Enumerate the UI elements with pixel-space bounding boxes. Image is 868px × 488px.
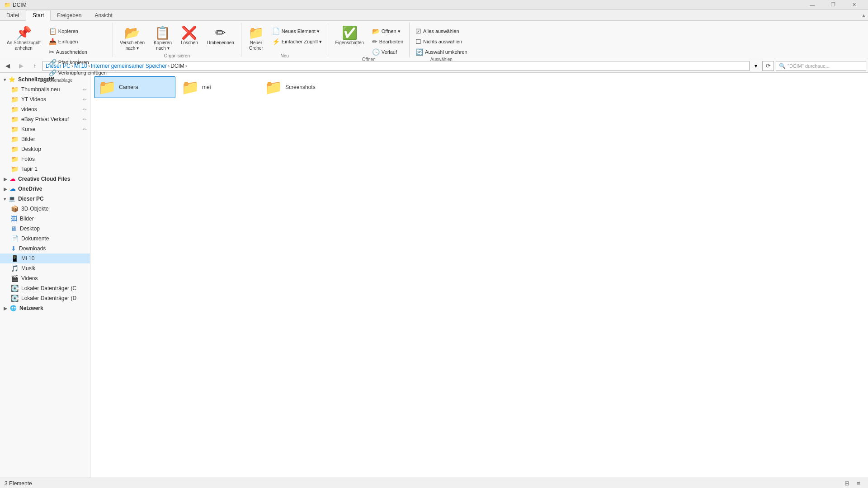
view-grid-button[interactable]: ⊞	[842, 479, 852, 488]
sidebar-item-musik[interactable]: 🎵 Musik	[0, 263, 90, 273]
cut-icon: ✂	[49, 48, 54, 56]
bearbeiten-button[interactable]: ✏ Bearbeiten	[369, 37, 406, 47]
sidebar-item-ebay[interactable]: 📁 eBay Privat Verkauf ✏	[0, 114, 90, 124]
folder-icon: 📁	[11, 126, 19, 133]
nichts-auswaehlen-button[interactable]: ☐ Nichts auswählen	[412, 37, 471, 47]
sidebar-item-lokaler-c[interactable]: 💽 Lokaler Datenträger (C	[0, 283, 90, 293]
ribbon-group-zwischenablage: 📌 An Schnellzugriffanheften 📋 Kopieren 📥…	[0, 23, 113, 57]
tab-datei[interactable]: Datei	[0, 10, 26, 20]
minimize-button[interactable]: —	[802, 0, 823, 10]
einfuegen-button[interactable]: 📥 Einfügen	[46, 37, 110, 47]
title-bar-title: DCIM	[13, 2, 27, 8]
status-view-buttons: ⊞ ≡	[842, 479, 863, 488]
ausschneiden-button[interactable]: ✂ Ausschneiden	[46, 47, 110, 57]
folder-screenshots[interactable]: 📁 Screenshots	[260, 76, 342, 98]
sidebar-label-desktop-pc: Desktop	[20, 225, 40, 232]
tab-freigeben[interactable]: Freigeben	[51, 10, 88, 20]
sidebar-item-kurse[interactable]: 📁 Kurse ✏	[0, 124, 90, 134]
sidebar-item-videos-pc[interactable]: 🎬 Videos	[0, 273, 90, 283]
folder-screenshots-label: Screenshots	[285, 84, 316, 90]
ribbon-collapse-button[interactable]: ▲	[861, 13, 866, 18]
einfacher-zugriff-button[interactable]: ⚡ Einfacher Zugriff ▾	[269, 37, 326, 47]
kopieren-nach-button[interactable]: 📋 Kopierennach ▾	[150, 24, 176, 53]
edit-icon: ✏	[372, 38, 377, 45]
sidebar-item-thumbnails-neu[interactable]: 📁 Thumbnails neu ✏	[0, 84, 90, 94]
oeffnen-button[interactable]: 📂 Öffnen ▾	[369, 26, 406, 36]
folder-icon: 📁	[11, 145, 19, 153]
sidebar-item-videos[interactable]: 📁 videos ✏	[0, 104, 90, 114]
sidebar-section-dieser-pc[interactable]: ▾ 💻 Dieser PC	[0, 194, 90, 204]
sidebar-item-lokaler-d[interactable]: 💽 Lokaler Datenträger (D	[0, 293, 90, 303]
sidebar-item-bilder-pc[interactable]: 🖼 Bilder	[0, 214, 90, 224]
auswahl-umkehren-button[interactable]: 🔄 Auswahl umkehren	[412, 47, 471, 57]
delete-icon: ❌	[181, 27, 197, 39]
folder-icon: 📁	[11, 106, 19, 113]
verlauf-button[interactable]: 🕒 Verlauf	[369, 47, 406, 57]
rename-icon: ✏	[215, 27, 226, 39]
tab-ansicht[interactable]: Ansicht	[88, 10, 119, 20]
sidebar-label-downloads: Downloads	[19, 245, 46, 252]
folder-camera[interactable]: 📁 Camera	[94, 76, 175, 98]
sidebar-item-desktop-pc[interactable]: 🖥 Desktop	[0, 224, 90, 234]
easy-access-icon: ⚡	[272, 38, 280, 45]
sidebar-item-fotos[interactable]: 📁 Fotos	[0, 154, 90, 164]
sidebar-item-desktop[interactable]: 📁 Desktop	[0, 144, 90, 154]
neuer-ordner-button[interactable]: 📁 NeuerOrdner	[244, 24, 268, 53]
pfad-kopieren-button[interactable]: 🔗 Pfad kopieren	[46, 57, 110, 67]
verschieben-button[interactable]: 📂 Verschiebennach ▾	[116, 24, 149, 53]
tab-start[interactable]: Start	[26, 10, 51, 21]
auswaehlen-column: ☑ Alles auswählen ☐ Nichts auswählen 🔄 A…	[412, 24, 471, 57]
organisieren-label: Organisieren	[164, 53, 190, 59]
phone-icon: 📱	[11, 255, 19, 262]
view-list-button[interactable]: ≡	[854, 479, 863, 488]
restore-button[interactable]: ❐	[823, 0, 844, 10]
folder-icon: 📁	[11, 155, 19, 163]
kopieren-button[interactable]: 📋 Kopieren	[46, 26, 110, 36]
neues-element-button[interactable]: 📄 Neues Element ▾	[269, 26, 326, 36]
creative-cloud-icon: ☁	[10, 176, 15, 182]
sidebar-item-tapir1[interactable]: 📁 Tapir 1	[0, 164, 90, 174]
search-box[interactable]: 🔍 "DCIM" durchsuc...	[776, 61, 866, 71]
verknuepfung-einfuegen-button[interactable]: 🔗 Verknüpfung einfügen	[46, 68, 110, 78]
sidebar-section-onedrive[interactable]: ▶ ☁ OneDrive	[0, 184, 90, 194]
address-dropdown-button[interactable]: ▾	[751, 63, 760, 69]
sidebar-item-dokumente[interactable]: 📄 Dokumente	[0, 234, 90, 244]
sidebar-label-lokaler-c: Lokaler Datenträger (C	[21, 285, 76, 291]
sidebar-item-bilder[interactable]: 📁 Bilder	[0, 134, 90, 144]
creative-cloud-arrow: ▶	[4, 177, 7, 182]
schnellzugriff-arrow: ▾	[4, 77, 6, 82]
sidebar-item-downloads[interactable]: ⬇ Downloads	[0, 244, 90, 253]
sidebar-label-musik: Musik	[21, 265, 35, 272]
auswaehlen-label: Auswählen	[430, 57, 453, 63]
oeffnen-buttons: ✅ Eigenschaften 📂 Öffnen ▾ ✏ Bearbeiten …	[331, 23, 406, 57]
an-schnellzugriff-button[interactable]: 📌 An Schnellzugriffanheften	[3, 24, 45, 53]
sidebar-item-3d-objekte[interactable]: 📦 3D-Objekte	[0, 204, 90, 214]
content-area[interactable]: 📁 Camera 📁 mei 📁 Screenshots	[90, 73, 868, 478]
properties-icon: ✅	[342, 27, 358, 39]
sidebar: ▾ ⭐ Schnellzugriff 📁 Thumbnails neu ✏ 📁 …	[0, 73, 90, 478]
close-button[interactable]: ✕	[844, 0, 864, 10]
alles-auswaehlen-button[interactable]: ☑ Alles auswählen	[412, 26, 471, 36]
paste-icon: 📥	[49, 38, 57, 45]
edit-pencil-icon: ✏	[83, 107, 86, 112]
sidebar-item-yt-videos[interactable]: 📁 YT Videos ✏	[0, 94, 90, 104]
sidebar-section-netzwerk[interactable]: ▶ 🌐 Netzwerk	[0, 303, 90, 313]
refresh-button[interactable]: ⟳	[762, 61, 774, 71]
address-path[interactable]: Dieser PC › Mi 10 › Interner gemeinsamer…	[42, 61, 750, 71]
netzwerk-icon: 🌐	[10, 305, 17, 311]
eigenschaften-button[interactable]: ✅ Eigenschaften	[331, 24, 368, 47]
folder-mei[interactable]: 📁 mei	[177, 76, 259, 98]
desktop-icon: 🖥	[11, 225, 17, 232]
sidebar-item-mi10[interactable]: 📱 Mi 10	[0, 253, 90, 263]
edit-pencil-icon: ✏	[83, 117, 86, 122]
status-bar: 3 Elemente ⊞ ≡	[0, 478, 868, 488]
auswaehlen-buttons: ☑ Alles auswählen ☐ Nichts auswählen 🔄 A…	[412, 23, 471, 57]
umbenennen-button[interactable]: ✏ Umbenennen	[203, 24, 238, 47]
title-bar-controls: — ❐ ✕	[802, 0, 864, 10]
ribbon-group-auswaehlen: ☑ Alles auswählen ☐ Nichts auswählen 🔄 A…	[410, 23, 473, 57]
onedrive-icon: ☁	[10, 186, 15, 192]
sidebar-section-creative-cloud[interactable]: ▶ ☁ Creative Cloud Files	[0, 174, 90, 184]
onedrive-arrow: ▶	[4, 187, 7, 192]
sidebar-label-tapir1: Tapir 1	[21, 166, 38, 172]
loeschen-button[interactable]: ❌ Löschen	[177, 24, 202, 47]
